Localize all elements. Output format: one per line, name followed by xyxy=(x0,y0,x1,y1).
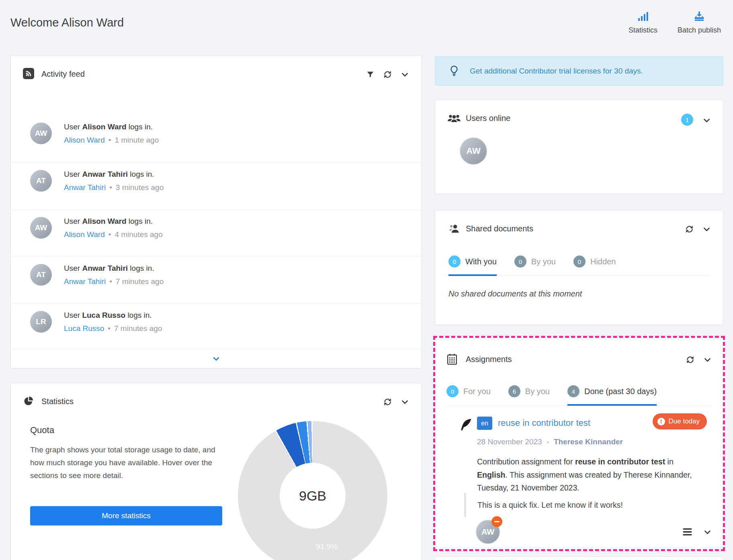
filter-icon[interactable] xyxy=(366,70,375,79)
tab-label: By you xyxy=(525,387,550,396)
page-title: Welcome Alison Ward xyxy=(10,16,124,29)
bar-chart-icon xyxy=(637,10,649,22)
tab-for-you[interactable]: 0 For you xyxy=(446,385,491,405)
calendar-icon xyxy=(446,353,458,367)
tab-hidden[interactable]: 0 Hidden xyxy=(573,255,616,276)
batch-publish-icon xyxy=(693,10,705,22)
tab-count-badge: 4 xyxy=(567,385,579,397)
shared-documents-controls xyxy=(685,225,711,233)
due-today-label: Due today xyxy=(669,417,700,425)
shared-user-icon xyxy=(449,223,460,236)
activity-feed-title: Activity feed xyxy=(41,69,85,79)
statistics-controls xyxy=(383,398,409,406)
activity-feed-list: AW User Alison Ward logs in. Alison Ward… xyxy=(11,115,421,350)
chevron-down-icon[interactable] xyxy=(702,116,711,125)
donut-center-label: 9GB xyxy=(299,488,326,504)
donut-hole: 9GB xyxy=(280,463,346,529)
activity-text: User Anwar Tahiri logs in. xyxy=(64,170,409,179)
assignment-title-link[interactable]: reuse in contributor test xyxy=(498,418,590,428)
dot-separator: • xyxy=(109,183,112,192)
batch-publish-action-label: Batch publish xyxy=(678,26,721,35)
statistics-title: Statistics xyxy=(41,397,74,406)
online-user-avatar[interactable]: AW xyxy=(459,137,487,165)
tab-by-you[interactable]: 6 By you xyxy=(508,385,550,405)
activity-item: AT User Anwar Tahiri logs in. Anwar Tahi… xyxy=(11,162,421,209)
users-online-count-badge: 1 xyxy=(681,114,693,126)
chevron-down-icon[interactable] xyxy=(401,70,409,79)
tab-label: For you xyxy=(463,387,491,396)
refresh-icon[interactable] xyxy=(685,225,694,233)
shared-documents-header: Shared documents xyxy=(435,211,723,243)
refresh-icon[interactable] xyxy=(383,398,392,406)
timestamp: 3 minutes ago xyxy=(116,183,164,192)
chevron-down-icon[interactable] xyxy=(702,225,711,233)
users-online-title: Users online xyxy=(466,114,510,123)
users-icon xyxy=(447,114,461,125)
avatar: AW xyxy=(30,217,52,239)
activity-text: User Alison Ward logs in. xyxy=(64,217,409,226)
quota-donut[interactable]: 91.9% 9GB xyxy=(238,421,387,560)
activity-feed-header: Activity feed xyxy=(11,56,421,88)
chevron-down-icon[interactable] xyxy=(401,398,409,406)
exclamation-circle-icon: ! xyxy=(657,418,665,425)
tab-count-badge: 0 xyxy=(448,255,461,268)
assignment-author-link[interactable]: Therese Kinnander xyxy=(554,437,623,446)
quota-description: The graph shows your total storage usage… xyxy=(30,444,225,482)
user-link[interactable]: Anwar Tahiri xyxy=(64,277,106,286)
timestamp: 4 minutes ago xyxy=(115,230,162,239)
dot-separator: • xyxy=(108,324,111,333)
statistics-action[interactable]: Statistics xyxy=(629,10,657,35)
activity-text: User Luca Russo logs in. xyxy=(64,311,409,320)
tab-done[interactable]: 4 Done (past 30 days) xyxy=(567,385,657,405)
tab-label: Done (past 30 days) xyxy=(584,387,657,396)
user-link[interactable]: Luca Russo xyxy=(64,324,104,333)
user-link[interactable]: Anwar Tahiri xyxy=(64,183,106,192)
timestamp: 7 minutes ago xyxy=(114,324,162,333)
dot-separator: • xyxy=(547,439,549,446)
tab-by-you[interactable]: 0 By you xyxy=(514,255,556,276)
tab-count-badge: 6 xyxy=(508,385,520,397)
batch-publish-action[interactable]: Batch publish xyxy=(678,10,721,35)
refresh-icon[interactable] xyxy=(686,356,694,364)
lightbulb-icon xyxy=(449,65,459,77)
top-actions: Statistics Batch publish xyxy=(629,10,721,35)
chevron-down-icon[interactable] xyxy=(703,528,712,536)
minus-status-badge xyxy=(491,516,502,527)
activity-feed-card: Activity feed AW User Alison Ward logs i… xyxy=(10,55,422,368)
quota-heading: Quota xyxy=(30,425,54,435)
assignment-description: Contribution assignment for reuse in con… xyxy=(477,455,696,495)
shared-documents-card: Shared documents 0 With you 0 By you 0 H… xyxy=(435,210,723,325)
assignment-date: 28 November 2023 xyxy=(477,437,542,446)
dashboard-page: Welcome Alison Ward Statistics Batch pub… xyxy=(0,0,733,560)
assignments-card: Assignments 0 For you 6 By you 4 Done (p xyxy=(435,338,723,549)
activity-item: LR User Luca Russo logs in. Luca Russo•7… xyxy=(11,303,421,350)
refresh-icon[interactable] xyxy=(383,70,392,79)
shared-documents-title: Shared documents xyxy=(466,224,533,233)
activity-item: AW User Alison Ward logs in. Alison Ward… xyxy=(11,209,421,256)
user-link[interactable]: Alison Ward xyxy=(64,230,105,239)
statistics-header: Statistics xyxy=(11,383,421,415)
avatar: AT xyxy=(30,264,52,286)
menu-icon[interactable] xyxy=(682,527,693,536)
user-link[interactable]: Alison Ward xyxy=(64,136,105,144)
tab-label: By you xyxy=(531,257,556,266)
tab-with-you[interactable]: 0 With you xyxy=(448,255,497,276)
dot-separator: • xyxy=(109,230,111,239)
feed-expand-button[interactable] xyxy=(11,349,421,368)
assignment-meta: 28 November 2023 • Therese Kinnander xyxy=(477,437,623,446)
tab-count-badge: 0 xyxy=(446,385,459,397)
assignments-highlight-border: Assignments 0 For you 6 By you 4 Done (p xyxy=(433,336,725,551)
trial-license-banner[interactable]: Get additional Contributor trial license… xyxy=(435,56,723,86)
more-statistics-button[interactable]: More statistics xyxy=(30,506,222,525)
assignments-header: Assignments xyxy=(435,338,723,370)
chevron-down-icon[interactable] xyxy=(703,356,712,364)
assignments-tabs: 0 For you 6 By you 4 Done (past 30 days) xyxy=(446,385,712,406)
timestamp: 1 minute ago xyxy=(115,136,159,144)
donut-slice-label: 91.9% xyxy=(316,542,338,551)
activity-text: User Alison Ward logs in. xyxy=(64,123,409,131)
statistics-action-label: Statistics xyxy=(629,26,657,35)
rss-icon xyxy=(23,68,34,79)
avatar: AW xyxy=(30,123,52,144)
users-online-card: Users online 1 AW xyxy=(435,100,723,194)
activity-feed-controls xyxy=(366,70,409,79)
